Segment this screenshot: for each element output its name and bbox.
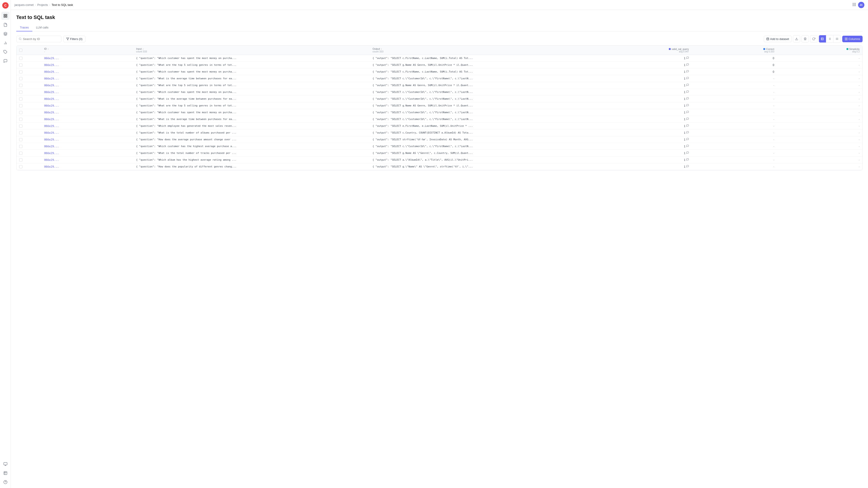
comment-badge[interactable] [686,70,689,73]
row-id[interactable]: 066e29... [41,150,133,157]
row-id[interactable]: 066e29... [41,116,133,123]
row-id[interactable]: 066e29... [41,96,133,102]
sidebar-item-files[interactable] [1,21,9,29]
row-output: { "output": "SELECT g.Name AS Genre, SUM… [370,102,606,109]
row-id[interactable]: 066e29... [41,163,133,170]
breadcrumb-workspace[interactable]: jacques-comet [14,3,34,6]
th-simplicity: Simplicity avg 0.2 [777,46,862,55]
row-checkbox[interactable] [19,91,22,94]
filter-label: Filters (0) [70,37,83,41]
comment-badge[interactable] [686,165,689,168]
user-avatar[interactable]: JC [858,2,864,8]
row-checkbox[interactable] [19,145,22,148]
row-checkbox[interactable] [19,111,22,114]
app-logo[interactable]: C [2,2,9,9]
row-checkbox[interactable] [19,152,22,155]
delete-button[interactable] [802,35,809,42]
row-id[interactable]: 066e29... [41,82,133,89]
select-all-checkbox[interactable] [19,48,22,52]
data-table: ID ↕ - Input ↕ count 333 [17,46,862,170]
row-id[interactable]: 066e29... [41,143,133,150]
valid-sql-value: 1 [684,152,686,155]
columns-button[interactable]: Columns [842,36,863,42]
row-checkbox[interactable] [19,165,22,168]
sidebar-item-layers[interactable] [1,30,9,38]
row-id[interactable]: 066e29... [41,89,133,96]
row-id[interactable]: 066e29... [41,136,133,143]
row-id[interactable]: 066e29... [41,109,133,116]
row-id[interactable]: 066e29... [41,55,133,62]
main-content: jacques-comet › Projects › Text to SQL t… [11,0,868,488]
row-checkbox[interactable] [19,104,22,107]
view-list-button[interactable] [826,35,833,42]
comment-badge[interactable] [686,124,689,127]
breadcrumb-projects[interactable]: Projects [37,3,48,6]
sidebar-item-monitor[interactable] [1,460,9,468]
comment-badge[interactable] [686,77,689,79]
row-input: { "question": "What are the top 5 sellin… [133,102,370,109]
view-compact-button[interactable] [833,35,841,42]
row-id[interactable]: 066e29... [41,102,133,109]
comment-badge[interactable] [686,90,689,93]
row-checkbox[interactable] [19,125,22,128]
comment-badge[interactable] [686,118,689,120]
row-checkbox[interactable] [19,158,22,162]
view-table-button[interactable] [819,35,826,42]
sidebar-item-tag[interactable] [1,48,9,56]
apps-icon[interactable] [852,2,856,7]
row-checkbox[interactable] [19,84,22,87]
tab-traces[interactable]: Traces [16,24,32,31]
comment-badge[interactable] [686,144,689,147]
svg-rect-24 [855,5,856,6]
row-simplicity: - [777,116,862,123]
comment-badge[interactable] [686,158,689,161]
row-checkbox[interactable] [19,138,22,141]
comment-badge[interactable] [686,97,689,100]
sidebar-item-help[interactable] [1,478,9,486]
row-id[interactable]: 066e29... [41,123,133,129]
sidebar-item-chart[interactable] [1,39,9,47]
tab-llm-calls[interactable]: LLM calls [32,24,52,31]
row-simplicity: - [777,109,862,116]
row-id[interactable]: 066e29... [41,68,133,75]
comment-badge[interactable] [686,57,689,59]
row-output: { "output": "SELECT a.\"AlbumId\", a.\"T… [370,157,606,163]
row-checkbox[interactable] [19,57,22,60]
sidebar-item-lab[interactable] [1,469,9,477]
comment-badge[interactable] [686,138,689,140]
row-id[interactable]: 066e29... [41,129,133,136]
add-dataset-button[interactable]: Add to dataset [764,36,792,42]
comment-badge[interactable] [686,111,689,113]
search-icon [19,37,22,40]
row-checkbox-cell [17,62,41,68]
comment-badge[interactable] [686,84,689,86]
row-checkbox[interactable] [19,64,22,67]
sidebar-item-chat[interactable] [1,57,9,65]
row-checkbox[interactable] [19,77,22,80]
row-id[interactable]: 066e29... [41,62,133,68]
row-id[interactable]: 066e29... [41,75,133,82]
comment-badge[interactable] [686,131,689,134]
download-button[interactable] [793,35,800,42]
sidebar-item-grid[interactable] [1,12,9,20]
refresh-button[interactable] [810,35,817,42]
row-valid-sql: 1 [606,55,692,62]
search-input[interactable] [23,37,59,41]
row-checkbox[interactable] [19,97,22,101]
row-checkbox-cell [17,96,41,102]
th-id-label: ID [44,47,46,50]
svg-rect-2 [4,14,5,15]
filter-button[interactable]: Filters (0) [63,36,86,42]
row-checkbox[interactable] [19,131,22,134]
row-id[interactable]: 066e29... [41,157,133,163]
comment-badge[interactable] [686,104,689,107]
table-row: 066e29... { "question": "Which customer … [17,109,862,116]
row-checkbox[interactable] [19,118,22,121]
comment-badge[interactable] [686,151,689,154]
row-correct: - [692,123,777,129]
comment-badge[interactable] [686,63,689,66]
table-row: 066e29... { "question": "What is the ave… [17,116,862,123]
row-checkbox[interactable] [19,70,22,73]
table-row: 066e29... { "question": "Which customer … [17,89,862,96]
row-output: { "output": "SELECT strftime('%Y-%m', In… [370,136,606,143]
